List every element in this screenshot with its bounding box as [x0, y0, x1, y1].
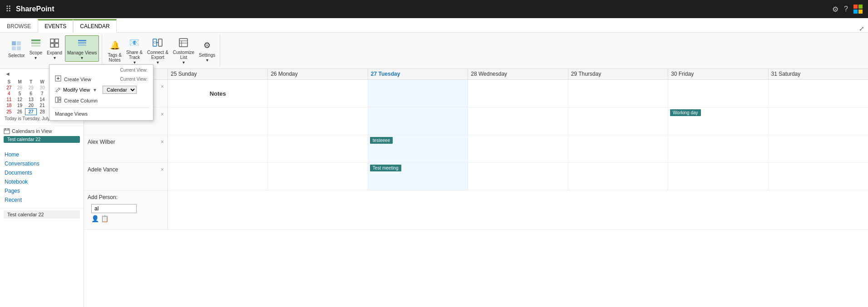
- cal-day[interactable]: 12: [14, 97, 25, 102]
- cal-day[interactable]: 25: [4, 109, 14, 115]
- cal-day-today[interactable]: 27: [25, 109, 37, 115]
- bottom-badge-item[interactable]: Test calendar 22: [4, 210, 80, 219]
- day-cell-2-5[interactable]: Working day: [668, 107, 768, 135]
- mini-cal-prev[interactable]: ◄: [4, 71, 12, 77]
- day-cell-1-1[interactable]: [268, 80, 368, 107]
- cal-day[interactable]: 18: [4, 102, 14, 109]
- cal-day[interactable]: 7: [37, 91, 48, 97]
- svg-rect-3: [17, 46, 21, 50]
- day-cell-1-2[interactable]: [368, 80, 468, 107]
- nav-notebook[interactable]: Notebook: [4, 177, 80, 186]
- nav-pages[interactable]: Pages: [4, 186, 80, 195]
- selector-button[interactable]: Selector: [6, 39, 27, 59]
- cal-day[interactable]: 14: [37, 97, 48, 102]
- cal-day[interactable]: 6: [25, 91, 37, 97]
- day-cell-4-1[interactable]: [268, 163, 368, 190]
- tab-calendar[interactable]: CALENDAR: [73, 19, 116, 33]
- settings-icon[interactable]: ⚙: [832, 5, 838, 14]
- day-cell-4-0[interactable]: [168, 163, 268, 190]
- nav-recent[interactable]: Recent: [4, 195, 80, 205]
- day-cell-1-0[interactable]: Notes: [168, 80, 268, 107]
- create-column-icon: [55, 97, 61, 104]
- day-cell-3-4[interactable]: [568, 135, 668, 162]
- person-label-3: Alex Wilber: [88, 139, 115, 145]
- svg-rect-16: [158, 39, 162, 46]
- person-close-4[interactable]: ×: [161, 166, 164, 173]
- person-close-2[interactable]: ×: [161, 111, 164, 117]
- nav-documents[interactable]: Documents: [4, 168, 80, 177]
- dropdown-section-top: Current View:: [49, 67, 153, 73]
- add-person-input[interactable]: [91, 204, 137, 213]
- day-cell-4-2[interactable]: Test meeting: [368, 163, 468, 190]
- day-cell-3-0[interactable]: [168, 135, 268, 162]
- cal-day[interactable]: 27: [4, 85, 14, 91]
- share-track-button[interactable]: 📧 Share &Track ▾: [124, 35, 144, 66]
- cal-day[interactable]: 29: [25, 85, 37, 91]
- event-testeeee[interactable]: testeeee: [370, 137, 393, 144]
- day-cell-4-4[interactable]: [568, 163, 668, 190]
- manage-views-item[interactable]: Manage Views: [49, 109, 153, 118]
- add-person-person-icon[interactable]: 👤: [91, 215, 99, 222]
- day-cell-2-0[interactable]: [168, 107, 268, 135]
- day-cell-2-3[interactable]: [468, 107, 568, 135]
- day-cell-4-3[interactable]: [468, 163, 568, 190]
- day-cell-1-4[interactable]: [568, 80, 668, 107]
- day-cell-2-6[interactable]: [769, 107, 868, 135]
- grid-icon[interactable]: ⠿: [5, 4, 11, 14]
- day-cell-1-3[interactable]: [468, 80, 568, 107]
- cal-day[interactable]: 19: [14, 102, 25, 109]
- top-bar: ⠿ SharePoint ⚙ ?: [0, 0, 868, 18]
- day-cell-3-1[interactable]: [268, 135, 368, 162]
- settings-ribbon-button[interactable]: ⚙ Settings ▾: [197, 38, 217, 63]
- cal-day[interactable]: 26: [14, 109, 25, 115]
- current-view-select[interactable]: Calendar: [103, 86, 137, 94]
- help-icon[interactable]: ?: [844, 5, 848, 13]
- create-view-item[interactable]: Create View Current View:: [49, 73, 153, 85]
- windows-quad-yellow: [858, 10, 863, 14]
- nav-home[interactable]: Home: [4, 150, 80, 159]
- calendar-badge[interactable]: Test calendar 22: [4, 136, 80, 143]
- person-close-3[interactable]: ×: [161, 139, 164, 145]
- day-cell-2-1[interactable]: [268, 107, 368, 135]
- add-person-row: Add Person: 👤 📋: [84, 190, 868, 230]
- windows-logo-icon[interactable]: [853, 5, 863, 14]
- cal-day[interactable]: 5: [14, 91, 25, 97]
- add-person-group-icon[interactable]: 📋: [101, 215, 108, 222]
- nav-conversations[interactable]: Conversations: [4, 159, 80, 168]
- tab-events[interactable]: EVENTS: [38, 19, 73, 33]
- expand-button[interactable]: Expand ▾: [45, 36, 64, 61]
- cal-day[interactable]: 4: [4, 91, 14, 97]
- day-cell-4-5[interactable]: [668, 163, 768, 190]
- cal-day[interactable]: 21: [37, 102, 48, 109]
- fullscreen-icon[interactable]: ⤢: [859, 25, 868, 32]
- event-working-day[interactable]: Working day: [670, 109, 700, 116]
- cal-day[interactable]: 28: [37, 109, 48, 115]
- ribbon-toolbar: Selector Scope ▾ Expand ▾ Manage Views ▾: [0, 33, 868, 69]
- day-cell-3-3[interactable]: [468, 135, 568, 162]
- day-cell-1-6[interactable]: [769, 80, 868, 107]
- tags-notes-icon: 🔔: [108, 39, 121, 52]
- day-cell-3-5[interactable]: [668, 135, 768, 162]
- tab-browse[interactable]: BROWSE: [0, 19, 38, 33]
- day-cell-2-2[interactable]: [368, 107, 468, 135]
- cal-day[interactable]: 20: [25, 102, 37, 109]
- day-cell-4-6[interactable]: [769, 163, 868, 190]
- cal-day[interactable]: 11: [4, 97, 14, 102]
- cal-day[interactable]: 13: [25, 97, 37, 102]
- tags-notes-button[interactable]: 🔔 Tags &Notes: [106, 38, 123, 63]
- cal-day[interactable]: 28: [14, 85, 25, 91]
- manage-views-button[interactable]: Manage Views ▾: [65, 35, 99, 62]
- svg-rect-13: [78, 44, 86, 46]
- day-cell-3-6[interactable]: [769, 135, 868, 162]
- scope-button[interactable]: Scope ▾: [28, 36, 44, 61]
- customize-list-button[interactable]: CustomizeList ▾: [171, 35, 196, 66]
- event-test-meeting[interactable]: Test meeting: [370, 165, 401, 171]
- day-cell-3-2[interactable]: testeeee: [368, 135, 468, 162]
- create-column-item[interactable]: Create Column: [49, 95, 153, 106]
- svg-rect-4: [31, 39, 40, 41]
- cal-day[interactable]: 30: [37, 85, 48, 91]
- day-cell-2-4[interactable]: [568, 107, 668, 135]
- person-close-1[interactable]: ×: [161, 83, 164, 90]
- day-cell-1-5[interactable]: [668, 80, 768, 107]
- connect-export-button[interactable]: O Connect &Export ▾: [145, 35, 170, 66]
